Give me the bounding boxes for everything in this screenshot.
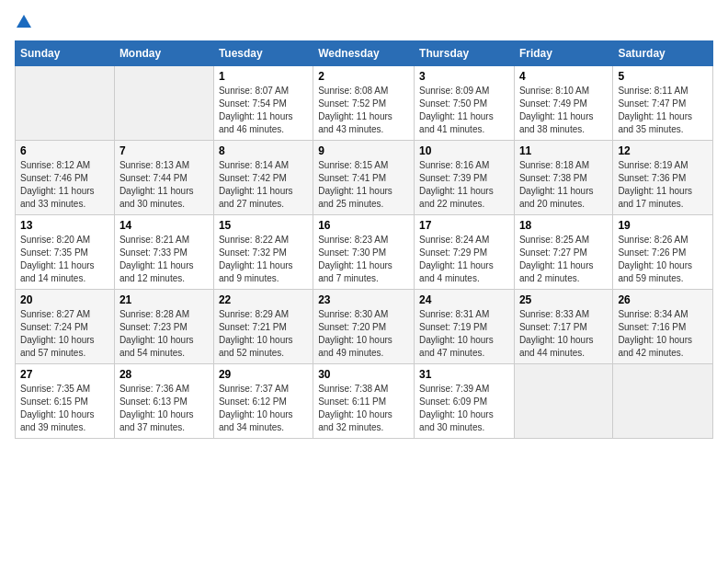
day-number: 30 (318, 368, 409, 381)
calendar-cell: 31Sunrise: 7:39 AM Sunset: 6:09 PM Dayli… (415, 364, 515, 439)
day-number: 20 (20, 293, 109, 306)
day-info: Sunrise: 8:21 AM Sunset: 7:33 PM Dayligh… (119, 234, 209, 285)
day-header-thursday: Thursday (415, 41, 515, 66)
day-number: 14 (119, 219, 209, 232)
logo-triangle-icon (17, 15, 31, 28)
day-header-friday: Friday (514, 41, 612, 66)
calendar-cell: 5Sunrise: 8:11 AM Sunset: 7:47 PM Daylig… (613, 66, 713, 141)
day-number: 13 (20, 219, 109, 232)
calendar-cell: 7Sunrise: 8:13 AM Sunset: 7:44 PM Daylig… (114, 141, 213, 215)
day-info: Sunrise: 7:36 AM Sunset: 6:13 PM Dayligh… (119, 383, 209, 434)
calendar-cell: 3Sunrise: 8:09 AM Sunset: 7:50 PM Daylig… (415, 66, 515, 141)
calendar-cell (16, 66, 115, 141)
day-info: Sunrise: 8:22 AM Sunset: 7:32 PM Dayligh… (219, 234, 308, 285)
calendar-cell: 22Sunrise: 8:29 AM Sunset: 7:21 PM Dayli… (213, 290, 313, 364)
calendar-cell: 21Sunrise: 8:28 AM Sunset: 7:23 PM Dayli… (114, 290, 213, 364)
day-info: Sunrise: 8:33 AM Sunset: 7:17 PM Dayligh… (519, 308, 608, 360)
day-number: 15 (219, 219, 308, 232)
day-number: 19 (618, 219, 708, 232)
day-header-saturday: Saturday (613, 41, 713, 66)
week-row-5: 27Sunrise: 7:35 AM Sunset: 6:15 PM Dayli… (16, 364, 713, 439)
day-number: 23 (318, 293, 409, 306)
day-number: 11 (519, 144, 608, 157)
week-row-4: 20Sunrise: 8:27 AM Sunset: 7:24 PM Dayli… (16, 290, 713, 364)
day-info: Sunrise: 8:10 AM Sunset: 7:49 PM Dayligh… (519, 85, 608, 136)
calendar-cell: 9Sunrise: 8:15 AM Sunset: 7:41 PM Daylig… (313, 141, 415, 215)
day-info: Sunrise: 8:14 AM Sunset: 7:42 PM Dayligh… (219, 159, 308, 211)
day-number: 28 (119, 368, 209, 381)
calendar-cell: 27Sunrise: 7:35 AM Sunset: 6:15 PM Dayli… (16, 364, 115, 439)
calendar-body: 1Sunrise: 8:07 AM Sunset: 7:54 PM Daylig… (16, 66, 713, 439)
header (15, 15, 713, 29)
week-row-1: 1Sunrise: 8:07 AM Sunset: 7:54 PM Daylig… (16, 66, 713, 141)
day-number: 5 (618, 70, 708, 83)
calendar-cell: 16Sunrise: 8:23 AM Sunset: 7:30 PM Dayli… (313, 215, 415, 290)
day-info: Sunrise: 8:09 AM Sunset: 7:50 PM Dayligh… (419, 85, 509, 136)
calendar-cell: 6Sunrise: 8:12 AM Sunset: 7:46 PM Daylig… (16, 141, 115, 215)
calendar-cell: 12Sunrise: 8:19 AM Sunset: 7:36 PM Dayli… (613, 141, 713, 215)
day-info: Sunrise: 8:16 AM Sunset: 7:39 PM Dayligh… (419, 159, 509, 211)
day-info: Sunrise: 8:30 AM Sunset: 7:20 PM Dayligh… (318, 308, 409, 360)
day-number: 9 (318, 144, 409, 157)
calendar-cell: 26Sunrise: 8:34 AM Sunset: 7:16 PM Dayli… (613, 290, 713, 364)
day-info: Sunrise: 8:28 AM Sunset: 7:23 PM Dayligh… (119, 308, 209, 360)
day-info: Sunrise: 8:25 AM Sunset: 7:27 PM Dayligh… (519, 234, 608, 285)
day-number: 25 (519, 293, 608, 306)
day-number: 16 (318, 219, 409, 232)
calendar-cell: 28Sunrise: 7:36 AM Sunset: 6:13 PM Dayli… (114, 364, 213, 439)
day-number: 27 (20, 368, 109, 381)
day-number: 10 (419, 144, 509, 157)
day-number: 8 (219, 144, 308, 157)
day-info: Sunrise: 8:18 AM Sunset: 7:38 PM Dayligh… (519, 159, 608, 211)
calendar-table: SundayMondayTuesdayWednesdayThursdayFrid… (15, 40, 713, 439)
day-number: 21 (119, 293, 209, 306)
day-number: 17 (419, 219, 509, 232)
day-info: Sunrise: 8:12 AM Sunset: 7:46 PM Dayligh… (20, 159, 109, 211)
day-number: 12 (618, 144, 708, 157)
day-info: Sunrise: 8:29 AM Sunset: 7:21 PM Dayligh… (219, 308, 308, 360)
day-number: 18 (519, 219, 608, 232)
day-info: Sunrise: 8:24 AM Sunset: 7:29 PM Dayligh… (419, 234, 509, 285)
calendar-cell: 8Sunrise: 8:14 AM Sunset: 7:42 PM Daylig… (213, 141, 313, 215)
calendar-cell: 24Sunrise: 8:31 AM Sunset: 7:19 PM Dayli… (415, 290, 515, 364)
day-info: Sunrise: 7:39 AM Sunset: 6:09 PM Dayligh… (419, 383, 509, 434)
calendar-cell: 11Sunrise: 8:18 AM Sunset: 7:38 PM Dayli… (514, 141, 612, 215)
day-info: Sunrise: 8:11 AM Sunset: 7:47 PM Dayligh… (618, 85, 708, 136)
calendar-cell: 29Sunrise: 7:37 AM Sunset: 6:12 PM Dayli… (213, 364, 313, 439)
calendar-cell: 23Sunrise: 8:30 AM Sunset: 7:20 PM Dayli… (313, 290, 415, 364)
day-info: Sunrise: 8:34 AM Sunset: 7:16 PM Dayligh… (618, 308, 708, 360)
logo (15, 15, 31, 29)
day-info: Sunrise: 8:27 AM Sunset: 7:24 PM Dayligh… (20, 308, 109, 360)
day-header-wednesday: Wednesday (313, 41, 415, 66)
day-info: Sunrise: 8:19 AM Sunset: 7:36 PM Dayligh… (618, 159, 708, 211)
day-info: Sunrise: 8:23 AM Sunset: 7:30 PM Dayligh… (318, 234, 409, 285)
day-number: 3 (419, 70, 509, 83)
calendar-cell: 19Sunrise: 8:26 AM Sunset: 7:26 PM Dayli… (613, 215, 713, 290)
day-header-monday: Monday (114, 41, 213, 66)
day-number: 4 (519, 70, 608, 83)
day-number: 6 (20, 144, 109, 157)
calendar-cell (613, 364, 713, 439)
day-info: Sunrise: 8:08 AM Sunset: 7:52 PM Dayligh… (318, 85, 409, 136)
calendar-cell: 10Sunrise: 8:16 AM Sunset: 7:39 PM Dayli… (415, 141, 515, 215)
day-info: Sunrise: 8:13 AM Sunset: 7:44 PM Dayligh… (119, 159, 209, 211)
day-info: Sunrise: 8:31 AM Sunset: 7:19 PM Dayligh… (419, 308, 509, 360)
calendar-header-row: SundayMondayTuesdayWednesdayThursdayFrid… (16, 41, 713, 66)
day-info: Sunrise: 7:38 AM Sunset: 6:11 PM Dayligh… (318, 383, 409, 434)
calendar-cell: 18Sunrise: 8:25 AM Sunset: 7:27 PM Dayli… (514, 215, 612, 290)
calendar-cell: 25Sunrise: 8:33 AM Sunset: 7:17 PM Dayli… (514, 290, 612, 364)
day-header-sunday: Sunday (16, 41, 115, 66)
calendar-cell: 13Sunrise: 8:20 AM Sunset: 7:35 PM Dayli… (16, 215, 115, 290)
day-number: 26 (618, 293, 708, 306)
day-info: Sunrise: 7:35 AM Sunset: 6:15 PM Dayligh… (20, 383, 109, 434)
day-header-tuesday: Tuesday (213, 41, 313, 66)
calendar-cell: 20Sunrise: 8:27 AM Sunset: 7:24 PM Dayli… (16, 290, 115, 364)
calendar-cell (514, 364, 612, 439)
day-number: 24 (419, 293, 509, 306)
day-number: 1 (219, 70, 308, 83)
day-number: 2 (318, 70, 409, 83)
calendar-cell: 4Sunrise: 8:10 AM Sunset: 7:49 PM Daylig… (514, 66, 612, 141)
day-number: 22 (219, 293, 308, 306)
day-info: Sunrise: 8:15 AM Sunset: 7:41 PM Dayligh… (318, 159, 409, 211)
calendar-cell: 2Sunrise: 8:08 AM Sunset: 7:52 PM Daylig… (313, 66, 415, 141)
